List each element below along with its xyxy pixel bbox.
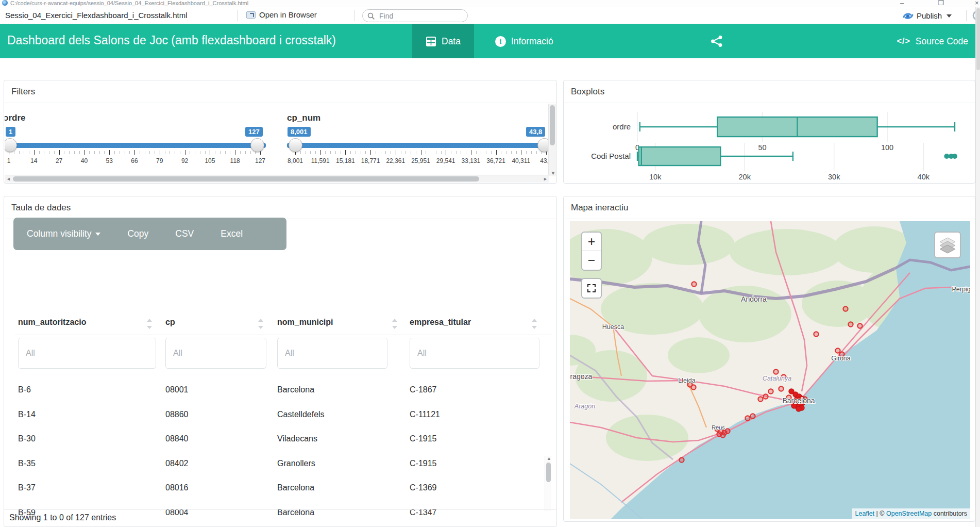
dt-button-csv[interactable]: CSV (162, 228, 207, 239)
chevron-down-icon (95, 233, 100, 236)
map-label-catalunya: Catalunya (763, 375, 791, 382)
datatable-body: B-608001BarcelonaC-1867B-1408860Castelld… (15, 375, 552, 527)
table-row[interactable]: B-608001BarcelonaC-1867 (15, 378, 552, 403)
publish-caret-icon (947, 14, 952, 18)
column-filter-empresa_titular[interactable] (410, 338, 539, 368)
svg-text:Codi Postal: Codi Postal (591, 152, 631, 160)
boxplots-panel-title: Boxplots (564, 80, 975, 103)
dt-button-copy[interactable]: Copy (114, 228, 162, 239)
slider-handle-to[interactable] (537, 138, 549, 152)
dashboard-navbar: Dashboard dels Salons de Joc (amb flexda… (0, 24, 975, 58)
fullscreen-icon (587, 284, 596, 292)
map-panel: Mapa ineractiu (563, 196, 975, 522)
publish-button[interactable]: Publish (903, 10, 952, 20)
slider-cp_num[interactable]: cp_num8,00143,88,00111,59115,18118,77122… (287, 104, 549, 176)
table-row[interactable]: B-3508402GranollersC-1915 (15, 452, 552, 477)
svg-text:10k: 10k (649, 173, 662, 181)
slider-from-value: 1 (6, 127, 15, 137)
sort-icon[interactable] (532, 319, 537, 330)
tab-data[interactable]: Data (412, 24, 474, 58)
table-info-text: Showing 1 to 0 of 127 entries (4, 509, 556, 526)
column-header-nom_municipi[interactable]: nom_municipi (277, 318, 333, 327)
slider-track[interactable] (287, 143, 549, 148)
slider-ordre[interactable]: ordre1127114274053667992105118127 (5, 104, 266, 176)
open-in-browser-icon (246, 11, 256, 19)
openstreetmap-link[interactable]: OpenStreetMap (886, 510, 932, 517)
svg-text:30k: 30k (828, 173, 840, 181)
dt-button-column-visibility[interactable]: Column visibility (13, 228, 114, 239)
window-titlebar: C:/code/curs-r-avancat-equips/sessio_04/… (0, 0, 980, 7)
find-input[interactable]: Find (362, 9, 468, 22)
layers-icon (938, 236, 957, 254)
column-filter-nom_municipi[interactable] (278, 338, 387, 368)
datatable-header-row: num_autoritzaciocpnom_municipiempresa_ti… (15, 314, 552, 335)
leaflet-link[interactable]: Leaflet (855, 510, 875, 517)
table-vertical-scrollbar[interactable]: ▲ (545, 456, 551, 511)
data-grid-icon (426, 36, 436, 47)
slider-handle-from[interactable] (289, 138, 302, 152)
column-filter-cp[interactable] (166, 338, 266, 368)
slider-handle-to[interactable] (250, 138, 264, 152)
leaflet-map[interactable]: AndorraPerpignanHuescaGironaLleidaCatalu… (570, 221, 970, 519)
filters-panel-title: Filters (4, 80, 556, 103)
svg-text:ordre: ordre (613, 122, 631, 131)
filters-horizontal-scrollbar[interactable]: ◄ ► (5, 175, 549, 183)
sort-icon[interactable] (392, 319, 397, 330)
close-button[interactable]: × (975, 0, 979, 7)
map-label-girona: Girona (831, 355, 851, 362)
zoom-in-button[interactable]: + (582, 233, 601, 251)
map-attribution: Leaflet | © OpenStreetMap contributors (852, 508, 970, 519)
table-row[interactable]: B-3008840ViladecansC-1915 (15, 427, 552, 452)
app-favicon (2, 0, 8, 6)
map-label-lleida: Lleida (678, 377, 695, 384)
filters-panel: Filters ordre112711427405366799210511812… (4, 80, 557, 184)
maximize-button[interactable]: ❐ (938, 0, 944, 7)
zoom-out-button[interactable]: − (582, 251, 601, 270)
map-label-perpignan: Perpignan (952, 286, 971, 293)
fullscreen-button[interactable] (581, 278, 602, 299)
filters-content: ordre1127114274053667992105118127cp_num8… (5, 104, 549, 176)
table-row[interactable]: B-1408860CastelldefelsC-11121 (15, 403, 552, 428)
map-zoom-control: + − (581, 232, 602, 271)
source-code-button[interactable]: </> Source Code (897, 24, 968, 58)
minimize-button[interactable]: – (900, 0, 904, 7)
boxplots-chart[interactable]: 050100ordre10k20k30k40kCodi Postal (564, 104, 975, 184)
column-header-num_autoritzacio[interactable]: num_autoritzacio (18, 318, 86, 327)
slider-track[interactable] (5, 143, 266, 148)
column-header-cp[interactable]: cp (165, 318, 175, 327)
map-label-huesca: Huesca (602, 323, 624, 331)
map-label-andorra: Andorra (741, 295, 767, 303)
search-icon (367, 12, 375, 20)
sort-icon[interactable] (258, 319, 263, 330)
layers-control[interactable] (934, 232, 961, 258)
share-icon[interactable] (711, 35, 723, 47)
svg-text:40k: 40k (918, 173, 930, 181)
column-filter-num_autoritzacio[interactable] (19, 338, 156, 368)
viewer-tab-title[interactable]: Sessio_04_Exercici_Flexdashboard_i_Cross… (5, 11, 188, 20)
boxplots-panel: Boxplots 050100ordre10k20k30k40kCodi Pos… (563, 80, 975, 184)
code-icon: </> (897, 37, 910, 46)
column-header-empresa_titular[interactable]: empresa_titular (410, 318, 471, 327)
slider-ticks (287, 149, 549, 156)
svg-text:20k: 20k (739, 173, 751, 181)
map-canvas[interactable] (570, 221, 970, 519)
map-label-barcelona: Barcelona (782, 397, 815, 405)
slider-from-value: 8,001 (288, 127, 311, 137)
map-label-reus: Reus (712, 424, 725, 431)
table-row[interactable]: B-3708016BarcelonaC-1369 (15, 476, 552, 501)
page-scrollbar[interactable] (975, 7, 980, 527)
info-icon: i (495, 36, 506, 47)
open-in-browser-button[interactable]: Open in Browser (246, 10, 317, 19)
slider-label: cp_num (287, 113, 320, 123)
datatable: num_autoritzaciocpnom_municipiempresa_ti… (15, 250, 552, 510)
map-panel-title: Mapa ineractiu (564, 196, 975, 219)
sort-icon[interactable] (147, 319, 152, 330)
dt-button-excel[interactable]: Excel (207, 228, 256, 239)
svg-text:50: 50 (758, 143, 766, 152)
tab-informacio[interactable]: i Informació (482, 24, 567, 58)
dashboard-title: Dashboard dels Salons de Joc (amb flexda… (7, 34, 336, 47)
filters-vertical-scrollbar[interactable]: ▼ (548, 104, 556, 176)
slider-to-value: 127 (245, 127, 263, 137)
table-panel-title: Taula de dades (4, 196, 556, 219)
map-label-ragoza: ragoza (570, 372, 593, 381)
